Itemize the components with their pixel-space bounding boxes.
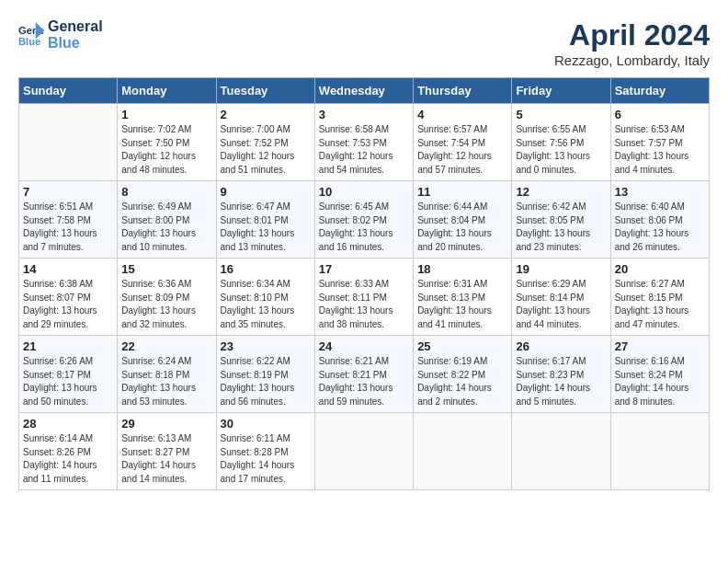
day-info: Sunrise: 6:58 AM Sunset: 7:53 PM Dayligh… <box>319 123 409 177</box>
day-cell: 15Sunrise: 6:36 AM Sunset: 8:09 PM Dayli… <box>118 259 216 336</box>
day-number: 1 <box>121 108 211 121</box>
header-monday: Monday <box>118 78 216 104</box>
day-info: Sunrise: 6:27 AM Sunset: 8:15 PM Dayligh… <box>615 278 705 331</box>
day-number: 16 <box>221 262 311 276</box>
day-info: Sunrise: 6:14 AM Sunset: 8:26 PM Dayligh… <box>23 432 113 486</box>
page: General Blue General Blue April 2024 Rez… <box>0 0 728 563</box>
day-number: 26 <box>516 339 606 353</box>
day-cell: 18Sunrise: 6:31 AM Sunset: 8:13 PM Dayli… <box>414 259 512 336</box>
day-info: Sunrise: 6:44 AM Sunset: 8:04 PM Dayligh… <box>417 201 507 254</box>
day-info: Sunrise: 6:11 AM Sunset: 8:28 PM Dayligh… <box>221 432 311 486</box>
day-number: 7 <box>23 185 113 199</box>
day-number: 18 <box>417 262 507 276</box>
day-cell: 19Sunrise: 6:29 AM Sunset: 8:14 PM Dayli… <box>512 259 610 336</box>
day-info: Sunrise: 6:45 AM Sunset: 8:02 PM Dayligh… <box>319 201 409 254</box>
day-number: 13 <box>615 185 705 199</box>
day-cell: 1Sunrise: 7:02 AM Sunset: 7:50 PM Daylig… <box>118 104 216 181</box>
day-number: 12 <box>516 185 606 199</box>
day-cell: 5Sunrise: 6:55 AM Sunset: 7:56 PM Daylig… <box>512 104 610 181</box>
day-number: 24 <box>319 339 409 353</box>
day-info: Sunrise: 6:33 AM Sunset: 8:11 PM Dayligh… <box>319 278 409 331</box>
week-row-2: 7Sunrise: 6:51 AM Sunset: 7:58 PM Daylig… <box>19 181 710 259</box>
day-info: Sunrise: 6:49 AM Sunset: 8:00 PM Dayligh… <box>121 201 211 254</box>
day-cell: 25Sunrise: 6:19 AM Sunset: 8:22 PM Dayli… <box>414 336 512 413</box>
day-cell: 14Sunrise: 6:38 AM Sunset: 8:07 PM Dayli… <box>19 259 118 336</box>
day-cell: 9Sunrise: 6:47 AM Sunset: 8:01 PM Daylig… <box>216 181 314 259</box>
day-info: Sunrise: 6:13 AM Sunset: 8:27 PM Dayligh… <box>121 432 211 486</box>
day-cell <box>610 413 709 490</box>
day-cell: 3Sunrise: 6:58 AM Sunset: 7:53 PM Daylig… <box>314 104 413 181</box>
day-cell: 17Sunrise: 6:33 AM Sunset: 8:11 PM Dayli… <box>314 259 413 336</box>
day-number: 11 <box>417 185 507 199</box>
day-cell <box>19 104 118 181</box>
day-cell: 23Sunrise: 6:22 AM Sunset: 8:19 PM Dayli… <box>216 336 314 413</box>
day-cell: 20Sunrise: 6:27 AM Sunset: 8:15 PM Dayli… <box>610 259 709 336</box>
day-cell: 2Sunrise: 7:00 AM Sunset: 7:52 PM Daylig… <box>216 104 314 181</box>
day-cell: 6Sunrise: 6:53 AM Sunset: 7:57 PM Daylig… <box>610 104 709 181</box>
day-number: 14 <box>23 262 113 276</box>
day-number: 3 <box>319 108 409 121</box>
header-tuesday: Tuesday <box>216 78 314 104</box>
header-sunday: Sunday <box>19 78 118 104</box>
header-wednesday: Wednesday <box>314 78 413 104</box>
day-number: 6 <box>615 108 705 121</box>
svg-text:Blue: Blue <box>18 36 40 47</box>
day-info: Sunrise: 6:26 AM Sunset: 8:17 PM Dayligh… <box>23 355 113 408</box>
day-cell <box>512 413 610 490</box>
day-info: Sunrise: 7:00 AM Sunset: 7:52 PM Dayligh… <box>221 123 311 177</box>
logo-general-text: General <box>48 18 103 35</box>
logo-icon: General Blue <box>18 22 44 48</box>
day-cell: 7Sunrise: 6:51 AM Sunset: 7:58 PM Daylig… <box>19 181 118 259</box>
day-number: 23 <box>221 339 311 353</box>
day-number: 29 <box>121 417 211 431</box>
logo: General Blue General Blue <box>18 18 103 51</box>
day-info: Sunrise: 6:40 AM Sunset: 8:06 PM Dayligh… <box>615 201 705 254</box>
day-number: 2 <box>221 108 311 121</box>
day-number: 10 <box>319 185 409 199</box>
day-number: 9 <box>221 185 311 199</box>
day-cell: 28Sunrise: 6:14 AM Sunset: 8:26 PM Dayli… <box>19 413 118 490</box>
day-number: 21 <box>23 339 113 353</box>
day-info: Sunrise: 6:57 AM Sunset: 7:54 PM Dayligh… <box>417 123 507 177</box>
weekday-header-row: Sunday Monday Tuesday Wednesday Thursday… <box>19 78 710 104</box>
header-saturday: Saturday <box>610 78 709 104</box>
title-section: April 2024 Rezzago, Lombardy, Italy <box>554 18 710 68</box>
day-info: Sunrise: 6:29 AM Sunset: 8:14 PM Dayligh… <box>516 278 606 331</box>
day-info: Sunrise: 6:34 AM Sunset: 8:10 PM Dayligh… <box>221 278 311 331</box>
day-number: 22 <box>121 339 211 353</box>
day-info: Sunrise: 6:38 AM Sunset: 8:07 PM Dayligh… <box>23 278 113 331</box>
day-number: 25 <box>417 339 507 353</box>
day-info: Sunrise: 6:22 AM Sunset: 8:19 PM Dayligh… <box>221 355 311 408</box>
day-cell: 29Sunrise: 6:13 AM Sunset: 8:27 PM Dayli… <box>118 413 216 490</box>
day-info: Sunrise: 6:17 AM Sunset: 8:23 PM Dayligh… <box>516 355 606 408</box>
day-number: 17 <box>319 262 409 276</box>
day-cell: 4Sunrise: 6:57 AM Sunset: 7:54 PM Daylig… <box>414 104 512 181</box>
day-cell: 26Sunrise: 6:17 AM Sunset: 8:23 PM Dayli… <box>512 336 610 413</box>
week-row-4: 21Sunrise: 6:26 AM Sunset: 8:17 PM Dayli… <box>19 336 710 413</box>
day-cell: 27Sunrise: 6:16 AM Sunset: 8:24 PM Dayli… <box>610 336 709 413</box>
day-cell <box>314 413 413 490</box>
header-thursday: Thursday <box>414 78 512 104</box>
logo-blue-text: Blue <box>48 35 103 52</box>
header: General Blue General Blue April 2024 Rez… <box>18 18 710 68</box>
month-year-title: April 2024 <box>554 18 710 52</box>
day-cell: 21Sunrise: 6:26 AM Sunset: 8:17 PM Dayli… <box>19 336 118 413</box>
day-number: 28 <box>23 417 113 431</box>
location-text: Rezzago, Lombardy, Italy <box>554 52 710 68</box>
day-number: 20 <box>615 262 705 276</box>
day-info: Sunrise: 7:02 AM Sunset: 7:50 PM Dayligh… <box>121 123 211 177</box>
day-number: 4 <box>417 108 507 121</box>
day-info: Sunrise: 6:31 AM Sunset: 8:13 PM Dayligh… <box>417 278 507 331</box>
day-cell: 22Sunrise: 6:24 AM Sunset: 8:18 PM Dayli… <box>118 336 216 413</box>
day-number: 5 <box>516 108 606 121</box>
day-number: 30 <box>221 417 311 431</box>
week-row-3: 14Sunrise: 6:38 AM Sunset: 8:07 PM Dayli… <box>19 259 710 336</box>
day-info: Sunrise: 6:24 AM Sunset: 8:18 PM Dayligh… <box>121 355 211 408</box>
day-cell: 16Sunrise: 6:34 AM Sunset: 8:10 PM Dayli… <box>216 259 314 336</box>
day-cell: 30Sunrise: 6:11 AM Sunset: 8:28 PM Dayli… <box>216 413 314 490</box>
day-number: 19 <box>516 262 606 276</box>
day-info: Sunrise: 6:21 AM Sunset: 8:21 PM Dayligh… <box>319 355 409 408</box>
header-friday: Friday <box>512 78 610 104</box>
day-info: Sunrise: 6:51 AM Sunset: 7:58 PM Dayligh… <box>23 201 113 254</box>
day-cell: 24Sunrise: 6:21 AM Sunset: 8:21 PM Dayli… <box>314 336 413 413</box>
